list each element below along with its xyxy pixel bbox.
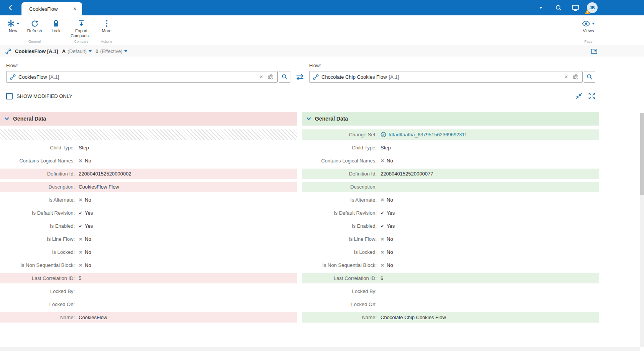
- tab-close-icon[interactable]: ✕: [71, 5, 78, 12]
- cross-icon: ✕: [380, 250, 384, 255]
- lock-button-label: Lock: [51, 28, 60, 33]
- search-icon[interactable]: [552, 0, 565, 15]
- right-flow-value: Chocolate Chip Cookies Flow: [321, 74, 387, 80]
- row-value-text: No: [85, 249, 91, 255]
- horizontal-scrollbar[interactable]: [0, 347, 640, 351]
- circle-check-icon: [380, 132, 386, 137]
- new-button-label: New: [9, 28, 17, 33]
- refresh-button[interactable]: Refresh: [24, 15, 45, 38]
- row-value-text: Yes: [85, 210, 93, 216]
- ribbon-group-general: New Refresh Lock General: [2, 15, 67, 45]
- chevron-down-icon: [124, 50, 127, 52]
- version-selector[interactable]: 1 (Effective): [96, 48, 128, 54]
- expand-all-icon[interactable]: [588, 93, 595, 99]
- views-button[interactable]: Views: [578, 15, 599, 38]
- cross-icon: ✕: [380, 197, 384, 203]
- breadcrumb-title: CookiesFlow [A.1]: [15, 48, 58, 54]
- vertical-scrollbar-thumb[interactable]: [640, 113, 644, 195]
- revision-value: A: [62, 48, 66, 54]
- comparison-row: Locked By:: [0, 286, 297, 296]
- vertical-scrollbar[interactable]: [640, 113, 644, 347]
- row-value: ✕No: [79, 158, 91, 164]
- row-value-text: Yes: [387, 223, 395, 229]
- chevron-left-icon: [8, 5, 12, 11]
- clear-icon[interactable]: ✕: [259, 74, 264, 79]
- row-label: Is Enabled:: [302, 223, 377, 229]
- filter-sliders-icon[interactable]: [267, 74, 274, 79]
- revision-qualifier: (Default): [68, 48, 87, 54]
- left-search-button[interactable]: [279, 71, 290, 83]
- ribbon-group-caption-general: General: [2, 38, 67, 45]
- right-flow-label: Flow:: [309, 63, 595, 68]
- section-header-general-data[interactable]: General Data: [0, 112, 297, 126]
- tab-cookiesflow[interactable]: CookiesFlow ✕: [21, 2, 82, 15]
- row-value: ✕No: [79, 197, 91, 203]
- check-icon: ✓: [79, 224, 82, 229]
- show-modified-checkbox[interactable]: [6, 93, 13, 99]
- lock-icon: [53, 20, 59, 27]
- row-value: fdfadffaafba_637951562369692311: [380, 132, 467, 137]
- row-label: Locked By:: [302, 288, 377, 294]
- section-header-general-data[interactable]: General Data: [302, 112, 599, 126]
- row-label: Is Alternate:: [302, 197, 377, 203]
- flow-selector-bar: Flow: CookiesFlow [A.1] ✕ Flow:: [0, 57, 644, 83]
- lock-button[interactable]: Lock: [45, 15, 67, 38]
- row-value-text: No: [387, 249, 393, 255]
- filter-sliders-icon[interactable]: [572, 74, 579, 79]
- row-label: Locked On:: [302, 301, 377, 307]
- ribbon-group-caption-page: Page: [578, 38, 599, 45]
- flow-icon: [5, 48, 11, 54]
- chevron-down-icon: [592, 23, 595, 25]
- back-button[interactable]: [0, 0, 21, 15]
- row-label: Change Set:: [302, 132, 377, 137]
- comparison-row: Name:CookiesFlow: [0, 312, 297, 323]
- side-panel-toggle-icon[interactable]: [591, 48, 597, 54]
- topbar: CookiesFlow ✕ JB !: [0, 0, 644, 15]
- search-icon: [586, 74, 593, 80]
- comparison-row: Definition Id:2208040152520000002: [0, 169, 297, 179]
- row-label: Name:: [302, 315, 377, 320]
- cross-icon: ✕: [380, 263, 384, 268]
- ribbon-toolbar: New Refresh Lock General E: [0, 15, 644, 45]
- clear-icon[interactable]: ✕: [563, 74, 569, 79]
- row-value-text: Yes: [85, 223, 93, 229]
- cross-icon: ✕: [79, 197, 82, 203]
- ribbon-group-caption-compare: Compare: [67, 38, 96, 45]
- chevron-down-icon: [16, 23, 20, 25]
- comparison-row: Description:: [302, 182, 599, 192]
- row-value-text: No: [387, 262, 393, 268]
- left-flow-input[interactable]: CookiesFlow [A.1] ✕: [6, 71, 278, 83]
- change-set-link[interactable]: fdfadffaafba_637951562369692311: [389, 132, 467, 137]
- row-label: Is Non Sequential Block:: [0, 262, 75, 268]
- row-value: 6: [380, 275, 383, 281]
- new-button[interactable]: New: [2, 15, 24, 38]
- row-label: Is Non Sequential Block:: [302, 262, 377, 268]
- avatar[interactable]: JB !: [587, 2, 598, 13]
- show-modified-bar: SHOW MODIFIED ONLY: [0, 83, 644, 100]
- chevron-down-icon: [5, 116, 9, 120]
- swap-flows-icon[interactable]: [295, 74, 305, 81]
- row-value: Chocolate Chip Cookies Flow: [380, 315, 446, 320]
- right-rows-container: Change Set:fdfadffaafba_6379515623696923…: [302, 129, 599, 323]
- revision-selector[interactable]: A (Default): [62, 48, 92, 54]
- more-button[interactable]: More: [96, 15, 117, 38]
- show-modified-label[interactable]: SHOW MODIFIED ONLY: [16, 93, 72, 99]
- missing-row: [0, 129, 297, 140]
- row-label: Name:: [0, 315, 75, 320]
- row-value: ✕No: [380, 249, 393, 255]
- export-comparison-button[interactable]: Export Comparis...: [67, 15, 96, 38]
- right-search-button[interactable]: [584, 71, 595, 83]
- comparison-row: Is Line Flow:✕No: [0, 234, 297, 244]
- topbar-dropdown-chevron-icon[interactable]: [534, 0, 548, 15]
- cross-icon: ✕: [380, 158, 384, 164]
- row-label: Description:: [0, 184, 75, 190]
- collapse-all-icon[interactable]: [575, 93, 582, 99]
- left-flow-value: CookiesFlow: [18, 74, 47, 80]
- section-title: General Data: [315, 116, 348, 122]
- flow-icon: [10, 74, 16, 80]
- row-value: ✕No: [380, 197, 393, 203]
- row-label: Is Line Flow:: [302, 236, 377, 242]
- monitor-icon[interactable]: [568, 0, 582, 15]
- right-flow-input[interactable]: Chocolate Chip Cookies Flow [A.1] ✕: [309, 71, 583, 83]
- row-value: ✓Yes: [79, 223, 93, 229]
